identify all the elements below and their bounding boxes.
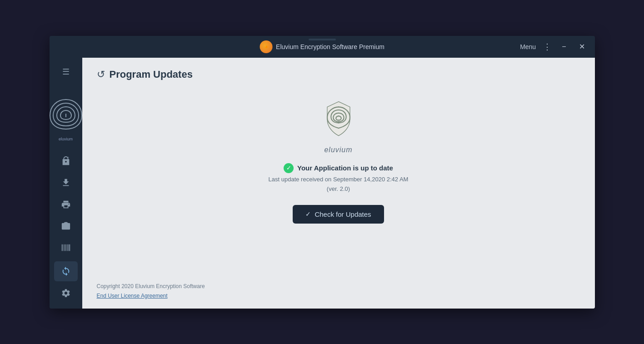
check-updates-button[interactable]: ✓ Check for Updates [293,205,384,224]
settings-icon [61,288,71,298]
title-bar-controls: Menu ⋮ − ✕ [520,40,587,53]
page-header: ↺ Program Updates [82,58,595,90]
content-body: eluvium ✓ Your Application is up to date… [82,90,595,274]
app-window: 🔸 Eluvium Encryption Software Premium Me… [50,36,595,309]
updates-icon [61,266,71,276]
content-area: ↺ Program Updates [82,58,595,309]
page-title: Program Updates [110,69,193,80]
checkmark-icon: ✓ [305,210,311,218]
lock-plus-icon: + [61,156,71,166]
sidebar-item-camera[interactable] [54,216,78,236]
status-text: Your Application is up to date [297,164,393,172]
sidebar-logo-text: eluvium [59,137,73,141]
sidebar-item-settings[interactable] [54,283,78,303]
eula-link[interactable]: End User License Agreement [97,293,168,299]
camera-icon [61,221,71,231]
menu-button[interactable]: Menu [520,43,536,50]
app-title: Eluvium Encryption Software Premium [276,43,384,50]
sidebar-item-encrypt[interactable]: + [54,151,78,171]
hamburger-button[interactable]: ☰ [59,63,73,80]
refresh-icon: ↺ [97,69,105,80]
sidebar-item-download[interactable] [54,173,78,193]
main-fingerprint-icon [316,99,361,144]
close-button[interactable]: ✕ [576,40,588,53]
status-row: ✓ Your Application is up to date [284,163,393,173]
sidebar-item-updates[interactable] [54,261,78,281]
check-circle-icon: ✓ [284,163,294,173]
minimize-button[interactable]: − [559,41,569,53]
sidebar-item-barcode[interactable] [54,238,78,258]
version-text: (ver. 2.0) [327,185,350,192]
print-icon [61,199,71,209]
title-bar: 🔸 Eluvium Encryption Software Premium Me… [50,36,595,58]
app-logo-icon: 🔸 [260,40,272,53]
download-icon [61,178,71,188]
copyright-text: Copyright 2020 Eluvium Encryption Softwa… [97,283,580,289]
app-name-label: eluvium [324,146,352,154]
last-update-text: Last update received on September 14,202… [269,176,409,183]
barcode-icon [61,243,71,253]
status-area: ✓ Your Application is up to date Last up… [269,163,409,192]
check-updates-label: Check for Updates [315,210,371,218]
title-bar-center: 🔸 Eluvium Encryption Software Premium [260,40,384,53]
sidebar: ☰ eluvium [50,58,82,309]
sidebar-item-print[interactable] [54,194,78,214]
content-footer: Copyright 2020 Eluvium Encryption Softwa… [82,274,595,309]
svg-text:+: + [67,156,69,160]
more-options-button[interactable]: ⋮ [543,42,552,52]
logo-area: eluvium [316,99,361,154]
main-layout: ☰ eluvium [50,58,595,309]
